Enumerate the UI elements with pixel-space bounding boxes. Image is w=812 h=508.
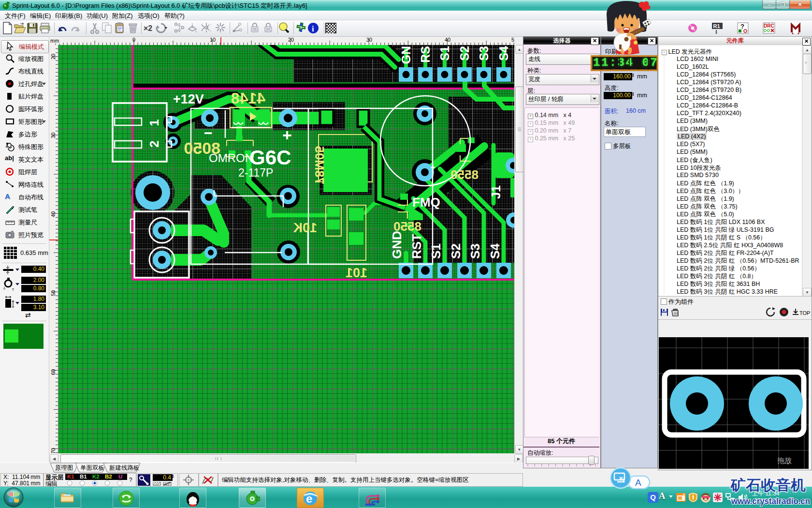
svg-text:8050: 8050	[184, 139, 220, 157]
svg-text:2: 2	[147, 141, 161, 148]
svg-text:10K: 10K	[293, 221, 317, 235]
svg-text:8550: 8550	[393, 219, 421, 234]
svg-text:R1: R1	[713, 23, 720, 29]
svg-text:S1: S1	[438, 46, 451, 61]
svg-text:DRC: DRC	[764, 23, 774, 29]
svg-text:+: +	[431, 163, 435, 171]
svg-text:4148: 4148	[231, 90, 265, 107]
svg-text:30: 30	[366, 37, 372, 43]
svg-text:70: 70	[50, 448, 56, 453]
svg-text:1: 1	[147, 120, 161, 126]
svg-text:GN: GN	[399, 46, 413, 64]
svg-text:S2: S2	[449, 243, 463, 259]
svg-text:J1: J1	[489, 185, 503, 199]
svg-text:78M05: 78M05	[312, 146, 327, 185]
svg-text:RS: RS	[419, 46, 432, 63]
svg-text:40: 40	[445, 37, 450, 43]
svg-text:RST: RST	[409, 234, 424, 259]
svg-text:S4: S4	[488, 243, 502, 259]
svg-text:新建线路板: 新建线路板	[109, 464, 140, 471]
svg-text:×2: ×2	[144, 24, 152, 32]
svg-text:原理图: 原理图	[55, 464, 73, 471]
svg-text:30: 30	[50, 133, 56, 138]
svg-text:GND: GND	[390, 231, 404, 259]
svg-text:101: 101	[346, 266, 367, 280]
svg-text:S3: S3	[468, 243, 482, 259]
svg-text:20: 20	[50, 54, 56, 60]
svg-text:拖放: 拖放	[777, 456, 792, 464]
svg-text:www.crystalradio.cn: www.crystalradio.cn	[731, 496, 810, 506]
svg-text:5: 5	[511, 37, 514, 43]
svg-text:2-117P: 2-117P	[238, 166, 273, 179]
svg-text:8550: 8550	[450, 167, 478, 182]
svg-text:TOP: TOP	[799, 310, 810, 316]
svg-text:40: 40	[50, 211, 56, 217]
svg-text:i: i	[312, 24, 314, 33]
svg-text:20: 20	[288, 37, 294, 43]
svg-text:FMQ: FMQ	[412, 195, 440, 209]
svg-text:S2: S2	[458, 46, 471, 61]
svg-text:+: +	[282, 126, 292, 144]
svg-text:0: 0	[132, 37, 135, 43]
svg-text:?: ?	[740, 23, 744, 30]
svg-text:矿石收音机: 矿石收音机	[730, 477, 806, 493]
svg-text:10: 10	[210, 37, 216, 43]
svg-text:60: 60	[50, 369, 56, 375]
svg-text:S3: S3	[477, 46, 491, 61]
svg-text:单面双板: 单面双板	[80, 464, 104, 471]
svg-text:S1: S1	[429, 243, 443, 259]
svg-text:G6C: G6C	[249, 146, 291, 169]
svg-text:50: 50	[50, 290, 56, 296]
svg-text:S4: S4	[497, 46, 510, 61]
svg-text:A: A	[635, 478, 641, 488]
svg-text:+12V: +12V	[173, 92, 204, 106]
